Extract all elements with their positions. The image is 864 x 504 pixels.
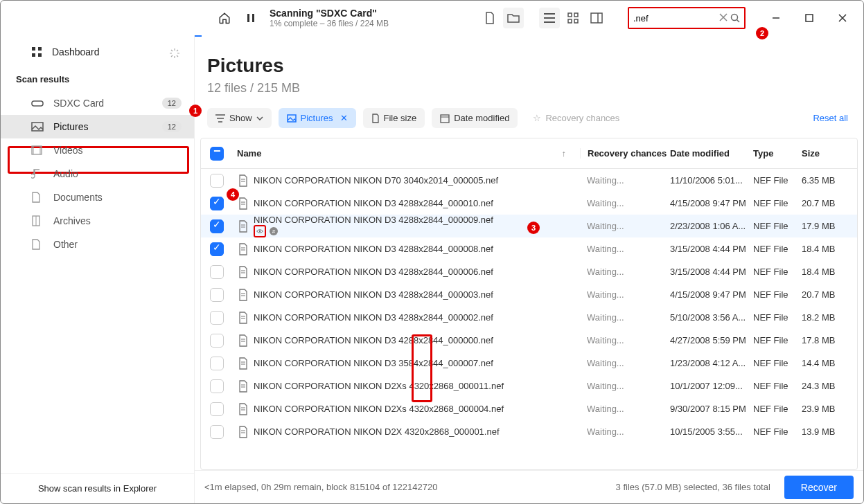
window-maximize[interactable]: [795, 8, 823, 28]
sort-arrow-icon[interactable]: ↑: [562, 148, 581, 159]
col-name-label: Name: [237, 148, 261, 159]
table-row[interactable]: NIKON CORPORATION NIKON D3 4288x2844_000…: [201, 329, 857, 352]
window-close[interactable]: [829, 8, 856, 28]
audio-icon: [31, 168, 44, 179]
svg-line-23: [177, 50, 178, 51]
recovery-status: Waiting...: [580, 289, 670, 300]
svg-rect-32: [441, 115, 449, 123]
list-view-icon[interactable]: [539, 8, 560, 28]
other-icon: [31, 239, 44, 250]
col-recovery[interactable]: Recovery chances: [580, 148, 670, 159]
star-icon: ☆: [533, 113, 541, 123]
sidebar-item-archives[interactable]: Archives: [1, 209, 194, 233]
col-date[interactable]: Date modified: [670, 148, 753, 159]
row-checkbox[interactable]: [210, 379, 224, 393]
chip-recovery[interactable]: ☆ Recovery chances: [524, 108, 628, 128]
file-type: NEF File: [753, 381, 802, 391]
file-type: NEF File: [753, 335, 802, 345]
folder-icon[interactable]: [503, 8, 524, 28]
chip-remove-icon[interactable]: ✕: [340, 113, 348, 123]
row-checkbox[interactable]: [210, 288, 224, 302]
row-checkbox[interactable]: [210, 425, 224, 439]
chip-pictures[interactable]: Pictures ✕: [279, 108, 356, 128]
file-name: NIKON CORPORATION NIKON D3 4288x2844_000…: [254, 244, 580, 254]
col-type[interactable]: Type: [753, 148, 802, 159]
table-row[interactable]: NIKON CORPORATION NIKON D2Xs 4320x2868_0…: [201, 397, 857, 420]
scan-status: Scanning "SDXC Card" 1% complete – 36 fi…: [270, 8, 389, 28]
file-date: 1/23/2008 4:12 A...: [670, 358, 753, 368]
table-row[interactable]: NIKON CORPORATION NIKON D3 4288x2844_000…: [201, 260, 857, 283]
chip-filesize[interactable]: File size: [363, 108, 425, 128]
svg-rect-11: [806, 15, 813, 21]
row-checkbox[interactable]: [210, 334, 224, 348]
sidebar-item-sdxc[interactable]: SDXC Card 12: [1, 91, 194, 115]
row-checkbox[interactable]: [210, 311, 224, 325]
row-checkbox[interactable]: [210, 197, 224, 210]
grid-view-icon[interactable]: [563, 8, 583, 28]
file-size: 20.7 MB: [802, 198, 857, 208]
row-checkbox[interactable]: [210, 402, 224, 416]
file-icon: [233, 243, 254, 255]
col-size[interactable]: Size: [802, 148, 857, 159]
svg-text:#: #: [272, 228, 276, 235]
videos-icon: [31, 145, 44, 155]
row-checkbox[interactable]: [210, 242, 224, 256]
svg-line-21: [177, 55, 178, 57]
page-title: Pictures: [207, 55, 851, 77]
table-row[interactable]: NIKON CORPORATION NIKON D3 4288x2844_000…: [201, 192, 857, 215]
table-row[interactable]: NIKON CORPORATION NIKON D3 4288x2844_000…: [201, 283, 857, 306]
sidebar-item-videos[interactable]: Videos: [1, 138, 194, 162]
file-date: 4/15/2008 9:47 PM: [670, 198, 753, 208]
file-type: NEF File: [753, 267, 802, 277]
pause-icon[interactable]: [240, 8, 261, 28]
window-minimize[interactable]: [762, 8, 790, 28]
col-name[interactable]: Name ↑: [233, 148, 580, 159]
file-icon[interactable]: [479, 8, 500, 28]
search-input[interactable]: [633, 13, 703, 24]
preview-icon[interactable]: [254, 225, 266, 237]
preview-pane-icon[interactable]: [586, 8, 607, 28]
sidebar-item-pictures[interactable]: Pictures 12: [1, 115, 194, 138]
elapsed-text: <1m elapsed, 0h 29m remain, block 815104…: [204, 482, 437, 492]
sidebar-item-other[interactable]: Other: [1, 233, 194, 256]
row-checkbox[interactable]: [210, 174, 224, 188]
row-checkbox[interactable]: [210, 357, 224, 370]
row-checkbox[interactable]: [210, 265, 224, 279]
file-icon: [233, 403, 254, 415]
recovery-status: Waiting...: [580, 381, 670, 391]
table-row[interactable]: NIKON CORPORATION NIKON D2X 4320x2868_00…: [201, 420, 857, 443]
file-date: 4/27/2008 5:59 PM: [670, 335, 753, 345]
table-row[interactable]: NIKON CORPORATION NIKON D3 3584x2844_000…: [201, 352, 857, 375]
chip-datemodified[interactable]: Date modified: [432, 108, 518, 128]
clear-search-icon[interactable]: [719, 13, 728, 23]
filter-bar: Show Pictures ✕ File size Date modified: [207, 108, 851, 128]
row-checkbox[interactable]: [210, 219, 224, 233]
sidebar-footer-button[interactable]: Show scan results in Explorer: [1, 473, 194, 503]
reset-all-link[interactable]: Reset all: [813, 113, 851, 123]
sidebar-dashboard[interactable]: Dashboard: [1, 39, 194, 64]
recover-button[interactable]: Recover: [784, 476, 854, 499]
chip-label: Pictures: [301, 113, 333, 123]
home-icon[interactable]: [214, 8, 235, 28]
file-type: NEF File: [753, 358, 802, 368]
select-all-checkbox[interactable]: [210, 147, 224, 161]
archives-icon: [31, 215, 44, 226]
file-size: 20.7 MB: [802, 289, 857, 300]
search-icon[interactable]: [730, 13, 740, 23]
table-row[interactable]: NIKON CORPORATION NIKON D3 4288x2844_000…: [201, 306, 857, 329]
file-name: NIKON CORPORATION NIKON D2X 4320x2868_00…: [254, 426, 580, 437]
sidebar-item-label: Archives: [53, 215, 91, 226]
file-size: 18.4 MB: [802, 267, 857, 277]
table-row[interactable]: NIKON CORPORATION NIKON D70 3040x2014_00…: [201, 169, 857, 192]
topbar: Disk Drill Scanning "SDXC Card" 1% compl…: [1, 1, 863, 35]
table-row[interactable]: NIKON CORPORATION NIKON D2Xs 4320x2868_0…: [201, 375, 857, 397]
file-name: NIKON CORPORATION NIKON D70 3040x2014_00…: [254, 175, 580, 186]
show-dropdown[interactable]: Show: [207, 108, 272, 128]
file-icon: [233, 357, 254, 370]
table-row[interactable]: NIKON CORPORATION NIKON D3 4288x2844_000…: [201, 237, 857, 260]
svg-rect-14: [32, 53, 35, 57]
sidebar-item-audio[interactable]: Audio: [1, 162, 194, 186]
sidebar-item-documents[interactable]: Documents: [1, 186, 194, 209]
file-name: NIKON CORPORATION NIKON D3 4288x2844_000…: [254, 198, 580, 208]
hex-icon[interactable]: #: [267, 225, 280, 237]
